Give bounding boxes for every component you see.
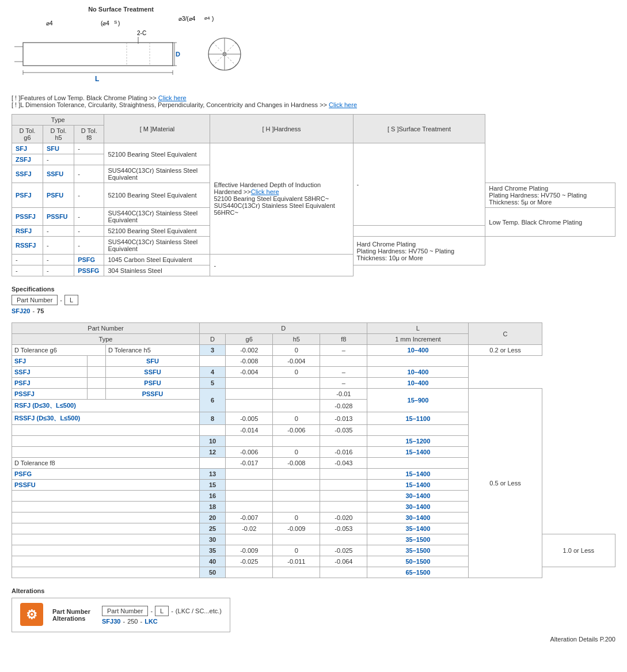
- material-1045: 1045 Carbon Steel Equivalent: [104, 255, 210, 265]
- psfg-row: PSFG: [12, 469, 200, 480]
- part-number-formula: Part Number - L: [12, 295, 615, 305]
- L-30: 35–1500: [367, 534, 469, 545]
- f8-20-1: -0.020: [320, 512, 367, 523]
- svg-rect-9: [23, 43, 173, 66]
- alt-details: Alteration Details P.200: [12, 636, 615, 643]
- g6-16: [226, 491, 273, 502]
- pn-table: Part Number D L C Type D g6 h5 f8 1 mm I…: [12, 322, 615, 578]
- rsfj-row: RSFJ (D≤30、L≤500): [12, 400, 200, 412]
- psfu-row: PSFU: [105, 378, 199, 389]
- alt-suffix: (LKC / SC...etc.): [176, 608, 222, 614]
- empty-row-8: [12, 534, 200, 545]
- bolt-diagram: No Surface Treatment ⌀4 (⌀4 S ) ⌀3/(⌀4 ⌀…: [12, 6, 196, 90]
- L-3: 10–400: [367, 345, 469, 356]
- L-header: L: [367, 323, 469, 334]
- d-val-40: 40: [199, 556, 225, 567]
- L-12: 15–1400: [367, 447, 469, 458]
- material-52100-2: 52100 Bearing Steel Equivalent: [104, 183, 210, 208]
- dtol-g6-header: D Tol. g6: [12, 126, 43, 143]
- note-1: [ ! ]Features of Low Temp. Black Chrome …: [12, 94, 615, 101]
- empty-row-3: [12, 447, 200, 458]
- sfj-row: SFJ: [12, 356, 88, 367]
- svg-text:(⌀4: (⌀4: [101, 20, 109, 26]
- d-val-13: 13: [199, 469, 225, 480]
- table-row: PSFJ PSFU 5 – 10–400: [12, 378, 615, 389]
- material-52100: 52100 Bearing Steel Equivalent: [104, 143, 210, 165]
- D-col-header: D: [199, 334, 225, 345]
- h5-3-1: 0: [273, 345, 320, 356]
- h5-25: -0.009: [273, 523, 320, 534]
- sfj-cell: SFJ: [12, 143, 43, 154]
- rsfj-cell: RSFJ: [12, 226, 43, 237]
- alt-content: ⚙ Part Number Alterations Part Number - …: [20, 603, 222, 627]
- h5-header: h5: [273, 334, 320, 345]
- psfj-cell: PSFJ: [12, 183, 43, 208]
- empty-row-7: [12, 523, 200, 534]
- pssfj-cell: PSSFJ: [12, 208, 43, 226]
- d-empty-1: [199, 356, 225, 367]
- svg-text:D: D: [176, 51, 180, 58]
- svg-text:): ): [118, 20, 120, 26]
- ssfu-cell: SSFU: [43, 165, 74, 183]
- alterations-title: Alterations: [12, 587, 615, 594]
- d-empty-3: [199, 458, 225, 469]
- ssfj-row: SSFJ: [12, 367, 88, 378]
- d-val-20: 20: [199, 512, 225, 523]
- g6-15: [226, 480, 273, 491]
- spec-example: SFJ20 - 75: [12, 307, 615, 314]
- table-row: PSSFJ PSSFU 6 -0.01 15–900 0.5 or Less: [12, 389, 615, 400]
- L-empty-2: [367, 425, 469, 436]
- f8-dash4: -: [74, 183, 104, 208]
- C-02: 0.2 or Less: [469, 345, 542, 356]
- L-box: L: [64, 295, 78, 305]
- surface-low-temp: Low Temp. Black Chrome Plating: [485, 208, 615, 237]
- L-18: 30–1400: [367, 502, 469, 512]
- dtol-g6-label: D Tolerance g6: [12, 345, 106, 356]
- pssfu-row: PSSFU: [12, 480, 200, 491]
- alt-ex-suffix: LKC: [145, 618, 158, 625]
- note-1-link[interactable]: Click here: [158, 94, 187, 101]
- alterations-wrapper: Alterations ⚙ Part Number Alterations Pa…: [12, 587, 615, 632]
- part-number-box: Part Number: [12, 295, 58, 305]
- note-2-link[interactable]: Click here: [329, 101, 357, 108]
- pn-header: Part Number: [12, 323, 200, 334]
- ssfj-cell: SSFJ: [12, 165, 43, 183]
- svg-text:L: L: [95, 75, 99, 83]
- table-row: - - PSFG 1045 Carbon Steel Equivalent -: [12, 255, 615, 265]
- h5-40: -0.011: [273, 556, 320, 567]
- hardness-link[interactable]: Click here: [251, 188, 279, 195]
- empty-row-1: [12, 425, 200, 436]
- alt-ex-dash2: -: [140, 618, 142, 625]
- material-header: [ M ]Material: [104, 115, 210, 143]
- diagram-title: No Surface Treatment: [46, 6, 196, 13]
- f8-6-2: -0.028: [320, 400, 367, 412]
- hardness-dash: -: [210, 255, 353, 276]
- L-15: 15–1400: [367, 480, 469, 491]
- f8-3: –: [320, 345, 367, 356]
- alterations-box: ⚙ Part Number Alterations Part Number - …: [12, 598, 230, 632]
- L-35: 35–1500: [367, 545, 469, 556]
- h5-50: [273, 567, 320, 578]
- g6-dash2: -: [12, 265, 43, 276]
- h5-dash4: -: [43, 255, 74, 265]
- empty-row-6: [12, 512, 200, 523]
- f8-35-1: -0.025: [320, 545, 367, 556]
- alt-label: Part Number Alterations: [52, 608, 90, 622]
- g6-6: [226, 389, 273, 400]
- f8-16: [320, 491, 367, 502]
- h5-20-1: 0: [273, 512, 320, 523]
- h5-18: [273, 502, 320, 512]
- bolt-drawing: ⌀4 (⌀4 S ) ⌀3/(⌀4 ⌀4 ) 2-C D: [12, 15, 253, 90]
- type-table: Type [ M ]Material [ H ]Hardness [ S ]Su…: [12, 114, 615, 276]
- empty-row-11: [12, 567, 200, 578]
- alt-ex-dash1: -: [123, 618, 125, 625]
- type-header: Type: [12, 115, 104, 126]
- g6-4-1: -0.004: [226, 367, 273, 378]
- h5-13: [273, 469, 320, 480]
- f8-4: –: [320, 367, 367, 378]
- psfg-cell: PSFG: [74, 255, 104, 265]
- material-sus440-2: SUS440C(13Cr) Stainless Steel Equivalent: [104, 208, 210, 226]
- dtol-f8-header: D Tol. f8: [74, 126, 104, 143]
- d-val-10: 10: [199, 436, 225, 447]
- h5-6: [273, 389, 320, 400]
